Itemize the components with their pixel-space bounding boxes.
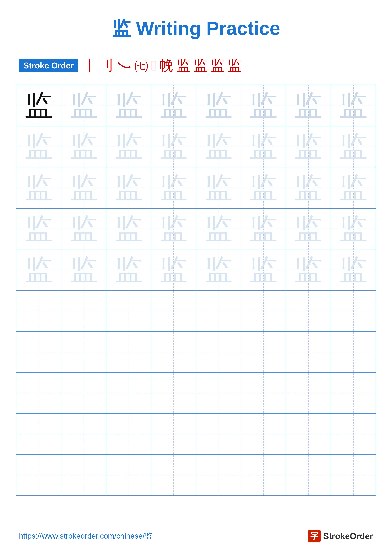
grid-cell[interactable]: 监 xyxy=(286,249,331,290)
grid-cell[interactable] xyxy=(196,414,241,455)
grid-cell[interactable] xyxy=(286,414,331,455)
grid-cell[interactable] xyxy=(61,372,106,414)
grid-cell[interactable]: 监 xyxy=(196,208,241,249)
grid-cell[interactable]: 监 xyxy=(286,167,331,208)
grid-cell[interactable] xyxy=(16,454,61,496)
grid-cell[interactable] xyxy=(241,290,286,331)
practice-char: 监 xyxy=(339,215,368,243)
grid-cell[interactable]: 监 xyxy=(61,85,106,126)
grid-cell[interactable]: 监 xyxy=(106,167,151,208)
grid-cell[interactable] xyxy=(106,331,151,372)
grid-cell[interactable] xyxy=(16,290,61,331)
practice-char: 监 xyxy=(204,256,233,284)
grid-cell[interactable]: 监 xyxy=(106,85,151,126)
practice-char: 监 xyxy=(69,91,98,120)
grid-cell[interactable] xyxy=(331,290,376,331)
grid-cell[interactable]: 监 xyxy=(61,249,106,290)
practice-char: 监 xyxy=(249,215,278,243)
grid-cell[interactable] xyxy=(196,454,241,496)
grid-cell[interactable]: 监 xyxy=(241,126,286,167)
grid-cell[interactable] xyxy=(151,414,196,455)
practice-char: 监 xyxy=(204,215,233,243)
grid-cell[interactable]: 监 xyxy=(331,249,376,290)
practice-char: 监 xyxy=(249,91,278,120)
grid-cell[interactable] xyxy=(241,331,286,372)
practice-char: 监 xyxy=(294,173,323,202)
grid-cell[interactable]: 监 xyxy=(61,126,106,167)
title-char: 监 xyxy=(112,18,131,39)
grid-cell[interactable] xyxy=(286,454,331,496)
grid-cell[interactable] xyxy=(106,290,151,331)
grid-cell[interactable] xyxy=(106,454,151,496)
grid-cell[interactable] xyxy=(16,414,61,455)
grid-cell[interactable]: 监 xyxy=(61,208,106,249)
grid-cell[interactable]: 监 xyxy=(61,167,106,208)
stroke-1: 丨 xyxy=(83,56,97,75)
grid-cell[interactable]: 监 xyxy=(16,208,61,249)
grid-cell[interactable] xyxy=(196,331,241,372)
practice-char: 监 xyxy=(294,91,323,120)
practice-char: 监 xyxy=(249,173,278,202)
grid-cell[interactable]: 监 xyxy=(151,208,196,249)
grid-cell[interactable] xyxy=(61,454,106,496)
practice-char: 监 xyxy=(294,215,323,243)
grid-cell[interactable]: 监 xyxy=(286,126,331,167)
practice-char: 监 xyxy=(24,173,53,202)
grid-cell[interactable]: 监 xyxy=(106,208,151,249)
grid-cell[interactable] xyxy=(331,372,376,414)
grid-cell[interactable]: 监 xyxy=(286,208,331,249)
grid-cell[interactable]: 监 xyxy=(106,126,151,167)
grid-cell[interactable]: 监 xyxy=(331,167,376,208)
stroke-order-chars: 丨 刂 ㇃ ㈦ 𠂇 㡈 监 监 监 监 xyxy=(83,56,242,75)
grid-cell[interactable] xyxy=(196,372,241,414)
grid-cell[interactable] xyxy=(286,372,331,414)
grid-cell[interactable] xyxy=(151,331,196,372)
stroke-4: ㈦ xyxy=(134,56,148,75)
grid-cell[interactable] xyxy=(286,290,331,331)
grid-cell[interactable]: 监 xyxy=(196,126,241,167)
grid-cell[interactable] xyxy=(106,372,151,414)
grid-cell[interactable]: 监 xyxy=(196,249,241,290)
grid-cell[interactable]: 监 xyxy=(151,249,196,290)
grid-cell[interactable]: 监 xyxy=(196,85,241,126)
grid-cell[interactable] xyxy=(151,372,196,414)
grid-cell[interactable] xyxy=(106,414,151,455)
grid-cell[interactable] xyxy=(331,454,376,496)
grid-cell[interactable]: 监 xyxy=(151,85,196,126)
grid-cell[interactable]: 监 xyxy=(16,249,61,290)
grid-cell[interactable]: 监 xyxy=(241,208,286,249)
grid-cell[interactable]: 监 xyxy=(16,85,61,126)
practice-char: 监 xyxy=(24,256,53,284)
grid-cell[interactable]: 监 xyxy=(241,85,286,126)
brand-icon: 字 xyxy=(308,530,321,542)
grid-cell[interactable] xyxy=(241,454,286,496)
grid-cell[interactable] xyxy=(331,414,376,455)
grid-cell[interactable] xyxy=(16,331,61,372)
grid-cell[interactable]: 监 xyxy=(151,126,196,167)
grid-cell[interactable]: 监 xyxy=(286,85,331,126)
grid-cell[interactable] xyxy=(151,290,196,331)
grid-cell[interactable]: 监 xyxy=(331,85,376,126)
grid-cell[interactable] xyxy=(241,414,286,455)
grid-cell[interactable]: 监 xyxy=(16,167,61,208)
grid-cell[interactable]: 监 xyxy=(331,208,376,249)
grid-cell[interactable] xyxy=(241,372,286,414)
grid-cell[interactable]: 监 xyxy=(196,167,241,208)
practice-char: 监 xyxy=(249,256,278,284)
grid-cell[interactable]: 监 xyxy=(106,249,151,290)
stroke-2: 刂 xyxy=(100,56,114,75)
grid-cell[interactable] xyxy=(196,290,241,331)
grid-cell[interactable] xyxy=(61,331,106,372)
practice-char: 监 xyxy=(114,256,143,284)
grid-cell[interactable] xyxy=(61,414,106,455)
grid-cell[interactable] xyxy=(151,454,196,496)
grid-cell[interactable]: 监 xyxy=(151,167,196,208)
grid-cell[interactable]: 监 xyxy=(241,249,286,290)
grid-cell[interactable] xyxy=(16,372,61,414)
grid-cell[interactable]: 监 xyxy=(16,126,61,167)
grid-cell[interactable] xyxy=(61,290,106,331)
grid-cell[interactable] xyxy=(286,331,331,372)
grid-cell[interactable] xyxy=(331,331,376,372)
grid-cell[interactable]: 监 xyxy=(241,167,286,208)
grid-cell[interactable]: 监 xyxy=(331,126,376,167)
